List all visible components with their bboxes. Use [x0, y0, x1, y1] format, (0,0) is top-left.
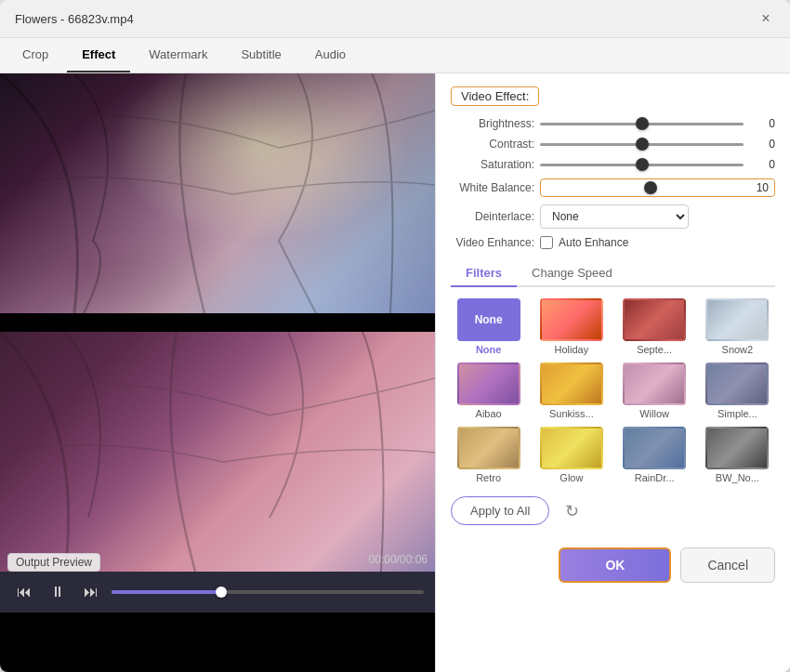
- filter-none-label: None: [476, 344, 502, 355]
- filter-holiday[interactable]: Holiday: [533, 298, 609, 355]
- filter-snow2-thumb: [705, 298, 769, 341]
- filter-sunkiss[interactable]: Sunkiss...: [533, 362, 609, 419]
- controls-bar: ⏮ ⏸ ⏭: [0, 572, 435, 613]
- filter-glow-thumb: [540, 427, 603, 469]
- cancel-button[interactable]: Cancel: [680, 547, 775, 583]
- deinterlace-row: Deinterlace: None Top Field First Bottom…: [451, 204, 775, 229]
- filter-willow[interactable]: Willow: [617, 362, 692, 419]
- filter-bwno-thumb: [705, 427, 769, 469]
- tab-audio[interactable]: Audio: [300, 38, 361, 72]
- video-effect-label: Video Effect:: [451, 86, 539, 106]
- output-preview-label: Output Preview: [7, 553, 100, 572]
- tree-svg-top: [0, 73, 435, 313]
- video-effect-section: Video Effect: Brightness: 0 Contrast: 0 …: [451, 86, 775, 249]
- filter-sunkiss-thumb: [540, 362, 603, 405]
- filter-raindr-label: RainDr...: [635, 472, 675, 483]
- prev-button[interactable]: ⏮: [11, 579, 37, 605]
- deinterlace-label: Deinterlace:: [451, 210, 534, 223]
- app-window: Flowers - 66823v.mp4 × Crop Effect Water…: [0, 0, 790, 672]
- brightness-label: Brightness:: [451, 117, 534, 130]
- saturation-row: Saturation: 0: [451, 158, 775, 171]
- filter-simple[interactable]: Simple...: [700, 362, 775, 419]
- filter-retro-thumb: [457, 427, 520, 469]
- title-bar: Flowers - 66823v.mp4 ×: [0, 0, 790, 38]
- play-pause-button[interactable]: ⏸: [45, 579, 71, 605]
- contrast-label: Contrast:: [451, 138, 534, 151]
- white-balance-value: 10: [743, 181, 769, 194]
- filter-glow[interactable]: Glow: [533, 427, 609, 483]
- filter-holiday-thumb: [540, 298, 603, 341]
- tab-bar: Crop Effect Watermark Subtitle Audio: [0, 38, 790, 73]
- filter-septe-label: Septe...: [637, 344, 672, 355]
- apply-to-all-button[interactable]: Apply to All: [451, 496, 549, 525]
- tab-change-speed[interactable]: Change Speed: [517, 260, 627, 287]
- filter-retro-label: Retro: [476, 472, 501, 483]
- filter-aibao[interactable]: Aibao: [451, 362, 526, 419]
- filter-septe[interactable]: Septe...: [617, 298, 692, 355]
- tab-subtitle[interactable]: Subtitle: [226, 38, 296, 72]
- filter-willow-label: Willow: [639, 408, 669, 419]
- white-balance-slider[interactable]: [546, 187, 737, 190]
- filter-sunkiss-label: Sunkiss...: [549, 408, 594, 419]
- filter-raindr[interactable]: RainDr...: [617, 427, 692, 483]
- pink-overlay: [0, 332, 435, 572]
- action-row: OK Cancel: [451, 540, 775, 590]
- enhance-row: Video Enhance: Auto Enhance: [451, 236, 775, 249]
- filter-simple-label: Simple...: [718, 408, 757, 419]
- filter-retro[interactable]: Retro: [451, 427, 526, 483]
- tab-effect[interactable]: Effect: [67, 38, 130, 72]
- filter-willow-thumb: [623, 362, 686, 405]
- close-button[interactable]: ×: [757, 9, 775, 28]
- window-title: Flowers - 66823v.mp4: [15, 12, 134, 26]
- ok-button[interactable]: OK: [559, 547, 671, 583]
- right-panel: Video Effect: Brightness: 0 Contrast: 0 …: [435, 73, 790, 672]
- tab-filters[interactable]: Filters: [451, 260, 517, 287]
- auto-enhance-checkbox[interactable]: [540, 236, 553, 249]
- video-preview-bottom: [0, 332, 435, 572]
- filter-bwno-label: BW_No...: [716, 472, 759, 483]
- filter-grid: None None Holiday Septe... Snow2: [451, 298, 775, 483]
- white-balance-box: 10: [540, 178, 775, 197]
- progress-bar[interactable]: [112, 590, 424, 594]
- filter-simple-thumb: [705, 362, 769, 405]
- white-balance-row: White Balance: 10: [451, 178, 775, 197]
- brightness-slider[interactable]: [540, 123, 744, 125]
- saturation-slider[interactable]: [540, 164, 744, 166]
- contrast-value: 0: [749, 138, 775, 151]
- filters-tabs: Filters Change Speed: [451, 260, 775, 287]
- main-content: Output Preview 00:00/00:06 ⏮: [0, 73, 790, 672]
- tab-watermark[interactable]: Watermark: [134, 38, 222, 72]
- filter-snow2-label: Snow2: [722, 344, 754, 355]
- video-preview-top: [0, 73, 435, 313]
- white-balance-label: White Balance:: [451, 181, 534, 194]
- progress-thumb[interactable]: [216, 586, 227, 598]
- brightness-value: 0: [749, 117, 775, 130]
- brightness-row: Brightness: 0: [451, 117, 775, 130]
- contrast-slider[interactable]: [540, 143, 744, 146]
- next-button[interactable]: ⏭: [78, 579, 104, 605]
- auto-enhance-text: Auto Enhance: [559, 236, 628, 249]
- apply-row: Apply to All ↻: [451, 496, 775, 525]
- progress-fill: [112, 590, 221, 594]
- filter-snow2[interactable]: Snow2: [700, 298, 775, 355]
- enhance-label: Video Enhance:: [451, 236, 534, 249]
- filter-aibao-thumb: [457, 362, 520, 405]
- saturation-label: Saturation:: [451, 158, 534, 171]
- filter-holiday-label: Holiday: [555, 344, 589, 355]
- filter-raindr-thumb: [623, 427, 686, 469]
- saturation-value: 0: [749, 158, 775, 171]
- filter-none-thumb: None: [457, 298, 520, 341]
- filter-none[interactable]: None None: [451, 298, 526, 355]
- filter-glow-label: Glow: [560, 472, 583, 483]
- filter-bwno[interactable]: BW_No...: [700, 427, 775, 483]
- deinterlace-select[interactable]: None Top Field First Bottom Field First: [540, 204, 689, 229]
- refresh-button[interactable]: ↻: [559, 498, 585, 524]
- left-panel: Output Preview 00:00/00:06 ⏮: [0, 73, 435, 672]
- filter-septe-thumb: [623, 298, 686, 341]
- filter-aibao-label: Aibao: [476, 408, 502, 419]
- tab-crop[interactable]: Crop: [7, 38, 63, 72]
- contrast-row: Contrast: 0: [451, 138, 775, 151]
